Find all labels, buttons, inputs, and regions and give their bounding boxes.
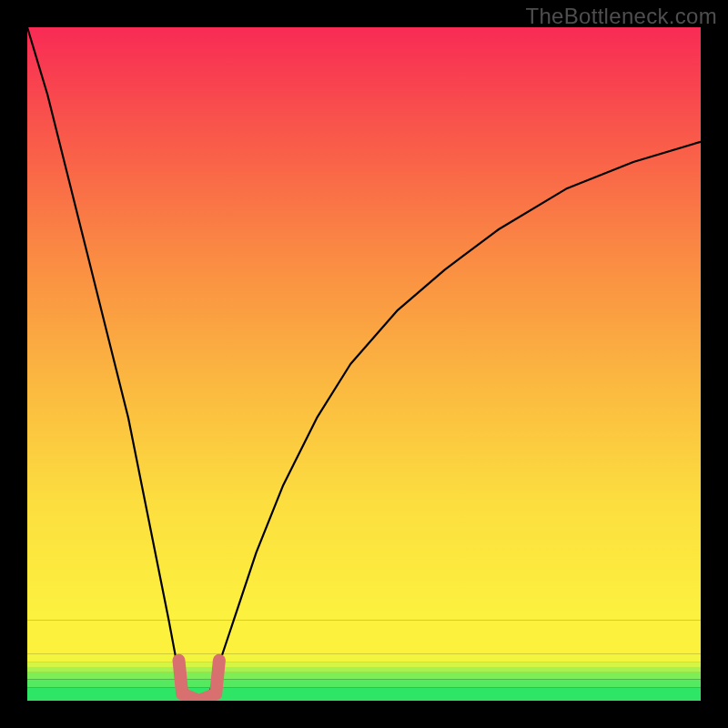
svg-rect-3	[27, 667, 701, 672]
chart-frame: TheBottleneck.com	[0, 0, 728, 728]
svg-rect-5	[27, 653, 701, 662]
svg-rect-7	[27, 27, 701, 620]
svg-rect-0	[27, 687, 701, 701]
watermark-text: TheBottleneck.com	[525, 4, 717, 29]
svg-rect-6	[27, 620, 701, 653]
plot-area	[27, 27, 701, 701]
svg-rect-4	[27, 662, 701, 667]
svg-rect-2	[27, 672, 701, 679]
bottleneck-chart	[27, 27, 701, 701]
svg-rect-1	[27, 679, 701, 687]
